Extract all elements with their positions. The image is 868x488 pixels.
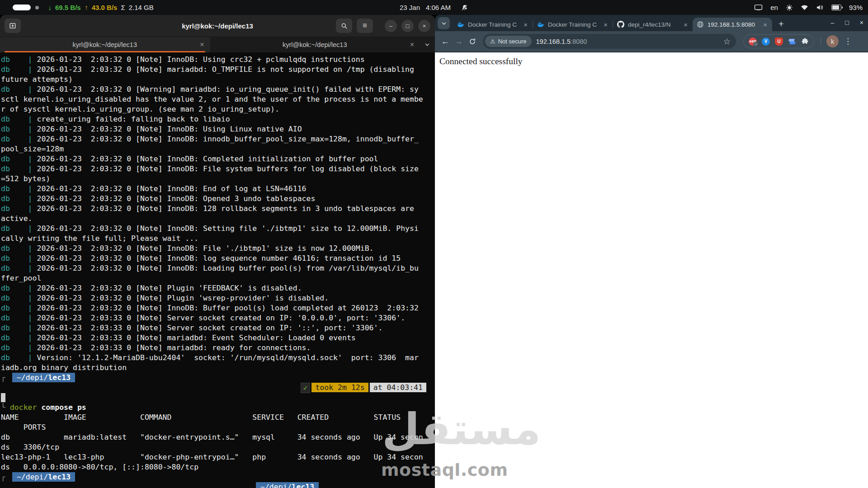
- timestamp-badge: at 04:03:41: [370, 383, 426, 392]
- terminal-tab-label: kyrl@kok:~/depi/lec13: [283, 41, 347, 48]
- wifi-icon[interactable]: [801, 5, 808, 10]
- terminal-log-line: sctl kernel.io_uring_disabled has the va…: [1, 94, 435, 104]
- browser-toolbar: ← → ⚠ Not secure 192.168.1.5:8080 ☆ ABPV…: [435, 31, 868, 52]
- cwd-badge: ~/depi/lec13: [12, 373, 75, 382]
- terminal-menu-button[interactable]: ≡: [357, 19, 373, 33]
- browser-tab-close-button[interactable]: ×: [762, 21, 768, 28]
- terminal-log-line: ds 0.0.0.0:8080->80/tcp, [::]:8080->80/t…: [1, 462, 435, 472]
- net-speed-indicator[interactable]: ↓ 69.5 B/s ↑ 43.0 B/s Σ 2.14 GB: [48, 4, 154, 12]
- terminal-log-line: db mariadb:latest "docker-entrypoint.s…"…: [1, 432, 435, 442]
- terminal-cursor-line: [1, 393, 435, 403]
- browser-tab-title: Docker Training C: [468, 21, 519, 28]
- terminal-log-line: NAME IMAGE COMMAND SERVICE CREATED STATU…: [1, 413, 435, 422]
- browser-tab[interactable]: Docker Training C×: [533, 18, 613, 31]
- terminal-log-line: db | 2026-01-23 2:03:32 0 [Note] mariadb…: [1, 65, 435, 75]
- profile-avatar[interactable]: k: [826, 35, 839, 47]
- extensions-group: ABPVU: [743, 34, 814, 48]
- workspace-indicator[interactable]: [13, 5, 39, 10]
- terminal-titlebar[interactable]: kyrl@kok:~/depi/lec13 ≡ – □ ×: [0, 15, 435, 37]
- bookmark-star-icon[interactable]: ☆: [723, 37, 731, 47]
- desktop: ↓ 69.5 B/s ↑ 43.0 B/s Σ 2.14 GB 23 Jan 4…: [0, 0, 868, 488]
- extension-icon-ubl[interactable]: U: [775, 38, 783, 46]
- terminal-tab-label: kyrl@kok:~/depi/lec13: [73, 41, 137, 48]
- terminal-log-line: db | 2026-01-23 2:03:32 0 [Note] InnoDB:…: [1, 244, 435, 253]
- forward-button[interactable]: →: [452, 35, 466, 48]
- terminal-close-button[interactable]: ×: [418, 20, 430, 32]
- browser-menu-button[interactable]: ⋮: [844, 37, 852, 46]
- volume-icon[interactable]: [816, 4, 824, 11]
- reload-button[interactable]: [466, 35, 479, 48]
- terminal-status-line: ✓took 2m 12sat 04:03:41: [1, 383, 435, 393]
- tab-search-button[interactable]: [438, 17, 450, 29]
- terminal-log-line: db | 2026-01-23 2:03:32 0 [Note] InnoDB:…: [1, 55, 435, 65]
- terminal-log-line: db | create_uring failed: falling back t…: [1, 114, 435, 124]
- net-total: 2.14 GB: [129, 4, 154, 11]
- terminal-tab-close-button[interactable]: ×: [410, 41, 414, 49]
- cwd-badge: ~/depi/lec13: [12, 472, 75, 482]
- terminal-log-line: db | 2026-01-23 2:03:32 0 [Note] Plugin …: [1, 283, 435, 293]
- puzzle-icon[interactable]: [801, 38, 809, 45]
- browser-tab-close-button[interactable]: ×: [523, 21, 528, 28]
- page-content: Connected successfully: [435, 52, 868, 488]
- terminal-log-line: db | Version: '12.1.2-MariaDB-ubu2404' s…: [1, 353, 435, 363]
- clock-menu[interactable]: 23 Jan 4:06 AM: [400, 0, 468, 15]
- not-secure-chip[interactable]: ⚠ Not secure: [485, 36, 532, 47]
- terminal-tab[interactable]: kyrl@kok:~/depi/lec13×: [210, 37, 420, 52]
- screencast-icon[interactable]: [754, 4, 763, 11]
- terminal-log-line: PORTS: [1, 422, 435, 432]
- browser-maximize-button[interactable]: □: [845, 19, 849, 26]
- browser-tab-close-button[interactable]: ×: [603, 21, 609, 28]
- terminal-log-line: db | 2026-01-23 2:03:32 0 [Warning] mari…: [1, 84, 435, 94]
- active-workspace-pill: [13, 5, 31, 10]
- terminal-minimize-button[interactable]: –: [385, 20, 397, 32]
- terminal-command-line: └ docker compose ps: [1, 403, 435, 413]
- terminal-log-line: active.: [1, 214, 435, 224]
- browser-tab[interactable]: depi_r4/lec13/N×: [613, 18, 693, 31]
- browser-tab-close-button[interactable]: ×: [683, 21, 689, 28]
- terminal-maximize-button[interactable]: □: [401, 20, 414, 32]
- extension-icon-abp[interactable]: ABP: [749, 38, 757, 46]
- terminal-log-line: db | 2026-01-23 2:03:32 0 [Note] InnoDB:…: [1, 134, 435, 144]
- terminal-tab[interactable]: kyrl@kok:~/depi/lec13×: [0, 37, 210, 52]
- terminal-tab-bar: kyrl@kok:~/depi/lec13×kyrl@kok:~/depi/le…: [0, 37, 435, 52]
- terminal-log-line: iadb.org binary distribution: [1, 363, 435, 373]
- terminal-output: db | 2026-01-23 2:03:32 0 [Note] InnoDB:…: [0, 52, 435, 488]
- terminal-search-button[interactable]: [336, 19, 352, 33]
- address-bar[interactable]: ⚠ Not secure 192.168.1.5:8080 ☆: [483, 34, 736, 49]
- new-tab-plus-button[interactable]: +: [775, 18, 788, 30]
- terminal-log-line: db | 2026-01-23 2:03:32 0 [Note] InnoDB:…: [1, 194, 435, 204]
- terminal-tab-overflow-button[interactable]: [420, 37, 435, 52]
- terminal-log-line: db | 2026-01-23 2:03:32 0 [Note] InnoDB:…: [1, 224, 435, 234]
- browser-minimize-button[interactable]: –: [831, 19, 835, 26]
- terminal-log-line: db | 2026-01-23 2:03:32 0 [Note] InnoDB:…: [1, 154, 435, 164]
- terminal-log-line: db | 2026-01-23 2:03:32 0 [Note] Plugin …: [1, 293, 435, 303]
- brightness-icon[interactable]: [786, 4, 793, 11]
- terminal-tab-close-button[interactable]: ×: [200, 41, 204, 49]
- terminal-log-line: r of sysctl kernel.io_uring_group. (see …: [1, 104, 435, 114]
- globe-favicon-icon: [697, 21, 704, 28]
- back-button[interactable]: ←: [439, 35, 452, 48]
- duration-badge: took 2m 12s: [311, 383, 368, 392]
- keyboard-layout[interactable]: en: [770, 4, 778, 11]
- extension-icon-lay[interactable]: [788, 38, 796, 46]
- terminal-log-line: db | 2026-01-23 2:03:32 0 [Note] InnoDB:…: [1, 263, 435, 273]
- battery-icon[interactable]: [831, 5, 841, 10]
- download-arrow-icon: ↓: [48, 4, 52, 12]
- terminal-prompt-line-partial: ~/depi/lec13: [1, 482, 435, 488]
- gnome-topbar: ↓ 69.5 B/s ↑ 43.0 B/s Σ 2.14 GB 23 Jan 4…: [0, 0, 868, 15]
- browser-tab[interactable]: Docker Training C×: [453, 18, 533, 31]
- cwd-badge: ~/depi/lec13: [256, 482, 319, 488]
- terminal-log-line: ds 3306/tcp: [1, 442, 435, 452]
- extension-icon-vdl[interactable]: V: [762, 38, 770, 46]
- docker-favicon-icon: [537, 21, 544, 28]
- browser-tab[interactable]: 192.168.1.5:8080×: [693, 18, 772, 31]
- time-label: 4:06 AM: [426, 4, 451, 11]
- page-message: Connected successfully: [435, 52, 868, 66]
- browser-tab-title: 192.168.1.5:8080: [708, 21, 759, 28]
- github-favicon-icon: [617, 21, 624, 28]
- browser-close-button[interactable]: ×: [860, 19, 863, 26]
- new-tab-button[interactable]: [5, 19, 21, 33]
- date-label: 23 Jan: [400, 4, 420, 11]
- terminal-log-line: db | 2026-01-23 2:03:33 0 [Note] mariadb…: [1, 343, 435, 353]
- upload-arrow-icon: ↑: [85, 4, 88, 12]
